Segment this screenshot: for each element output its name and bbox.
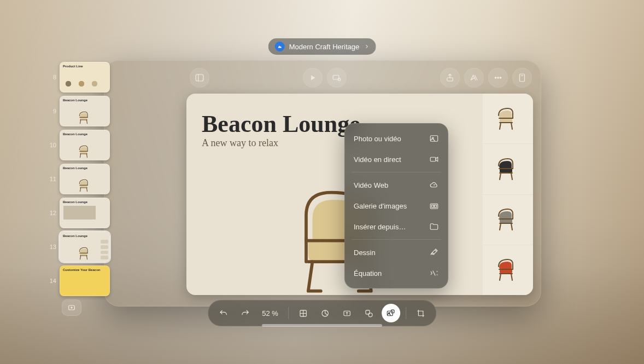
draw-icon (429, 247, 439, 257)
image-gallery-strip[interactable] (483, 94, 533, 295)
menu-item[interactable]: Équation (345, 263, 448, 284)
slide-thumbnail[interactable]: 13Beacon Lounge (39, 232, 110, 262)
gallery-icon (429, 201, 439, 211)
insert-shape-button[interactable] (360, 304, 378, 322)
slide-title[interactable]: Beacon Lounge (202, 110, 360, 138)
rehearse-button[interactable] (327, 68, 347, 88)
cloud-icon (429, 180, 439, 190)
menu-item[interactable]: Insérer depuis… (345, 216, 448, 237)
gallery-thumbnail[interactable] (483, 94, 533, 144)
insert-media-button[interactable] (382, 304, 400, 322)
slide-thumbnail[interactable]: 9Beacon Lounge (39, 96, 110, 126)
add-slide-button[interactable] (62, 299, 81, 316)
menu-item[interactable]: Vidéo en direct (345, 149, 448, 170)
menu-item-label: Dessin (354, 249, 376, 257)
home-indicator[interactable] (262, 324, 382, 327)
insert-table-button[interactable] (294, 304, 313, 322)
play-button[interactable] (303, 68, 323, 88)
more-button[interactable] (488, 68, 508, 88)
svg-rect-16 (430, 157, 436, 161)
gallery-thumbnail[interactable] (483, 195, 533, 245)
undo-button[interactable] (214, 304, 232, 322)
svg-point-26 (368, 313, 372, 316)
svg-point-9 (495, 77, 496, 78)
equation-icon (429, 268, 439, 278)
divider (406, 307, 406, 319)
slide-thumbnail[interactable]: 14Customize Your Beacon (39, 265, 110, 296)
svg-rect-3 (196, 74, 203, 81)
app-window: 8Product Line9Beacon Lounge 10Beacon Lou… (104, 60, 541, 307)
svg-rect-18 (432, 205, 434, 208)
svg-rect-8 (447, 78, 453, 81)
slide-number: 12 (49, 210, 56, 216)
svg-point-11 (500, 77, 501, 78)
photo-icon (429, 134, 439, 143)
slide-number: 9 (49, 108, 56, 114)
app-icon (275, 42, 285, 51)
menu-item-label: Équation (354, 269, 382, 278)
menu-item-label: Insérer depuis… (354, 223, 406, 231)
svg-marker-5 (311, 76, 315, 80)
bottom-toolbar: 52 % (208, 300, 436, 326)
insert-media-menu: Photo ou vidéo Vidéo en direct Vidéo Web… (344, 123, 448, 288)
menu-item-label: Photo ou vidéo (354, 135, 401, 143)
menu-item[interactable]: Photo ou vidéo (345, 128, 448, 149)
menu-item[interactable]: Vidéo Web (345, 175, 448, 195)
slide-number: 10 (49, 142, 56, 148)
menu-item[interactable]: Dessin (345, 242, 448, 263)
gallery-thumbnail[interactable] (483, 245, 533, 295)
slide-subtitle[interactable]: A new way to relax (202, 137, 278, 149)
svg-point-10 (497, 77, 499, 78)
redo-button[interactable] (236, 304, 254, 322)
document-settings-button[interactable] (512, 68, 532, 88)
document-title-pill[interactable]: Modern Craft Heritage (268, 38, 376, 55)
camera-icon (429, 154, 439, 164)
format-button[interactable] (464, 68, 484, 88)
crop-button[interactable] (412, 304, 430, 322)
svg-rect-19 (435, 205, 437, 208)
menu-item-label: Galerie d'images (354, 202, 407, 210)
chevron-right-icon (364, 43, 369, 51)
sidebar-toggle-button[interactable] (190, 68, 209, 88)
slide-number: 13 (49, 244, 56, 250)
slide-navigator: 8Product Line9Beacon Lounge 10Beacon Lou… (39, 61, 110, 306)
slide-thumbnail[interactable]: 12Beacon Lounge (39, 198, 110, 228)
zoom-level[interactable]: 52 % (257, 309, 283, 317)
document-title: Modern Craft Heritage (289, 43, 360, 51)
slide-thumbnail[interactable]: 10Beacon Lounge (39, 130, 110, 160)
slide-number: 8 (49, 74, 56, 80)
insert-chart-button[interactable] (316, 304, 335, 322)
insert-text-button[interactable] (338, 304, 356, 322)
slide-number: 14 (49, 278, 56, 284)
divider (288, 307, 289, 319)
menu-item[interactable]: Galerie d'images (345, 195, 448, 216)
top-toolbar (104, 66, 541, 89)
menu-item-label: Vidéo Web (354, 181, 388, 189)
slide-thumbnail[interactable]: 11Beacon Lounge (39, 164, 110, 194)
share-button[interactable] (440, 68, 460, 88)
folder-icon (429, 222, 439, 232)
gallery-thumbnail[interactable] (483, 144, 533, 194)
svg-rect-12 (520, 74, 525, 82)
menu-item-label: Vidéo en direct (354, 155, 401, 164)
slide-number: 11 (49, 176, 56, 182)
slide-thumbnail[interactable]: 8Product Line (39, 62, 110, 93)
